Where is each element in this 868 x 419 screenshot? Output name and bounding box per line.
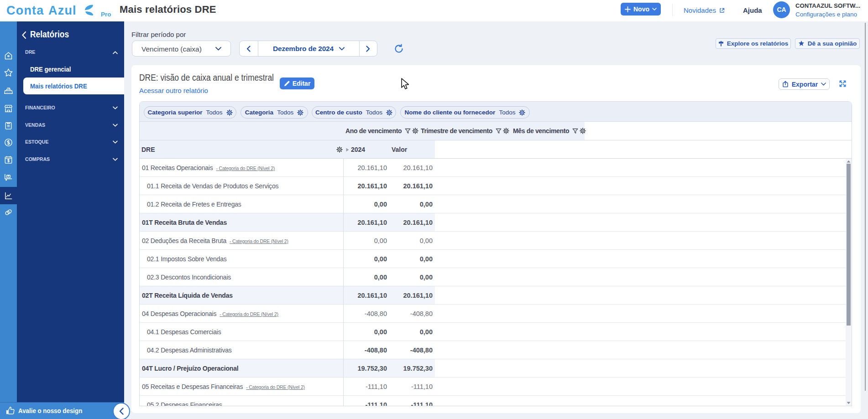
svg-text:Azul: Azul [48,4,77,17]
svg-text:Pro: Pro [101,11,111,18]
svg-text:Conta: Conta [6,4,44,17]
